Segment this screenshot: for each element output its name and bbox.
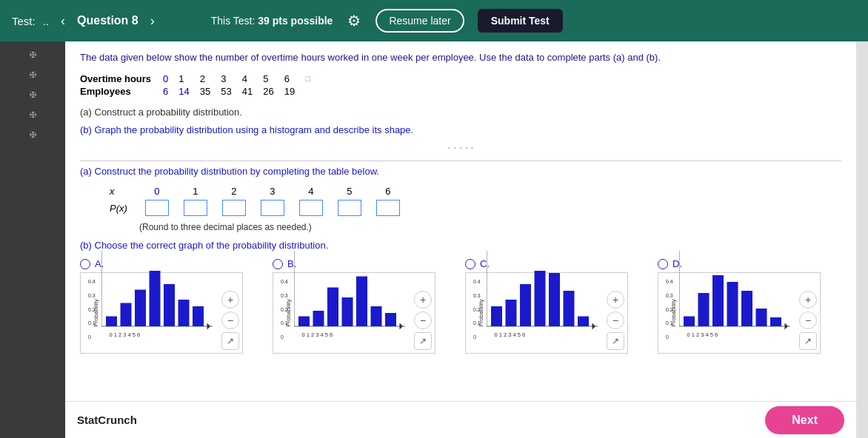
svg-rect-5 [150,271,161,326]
row1-val-5: 5 [263,73,284,85]
row2-val-4: 41 [242,85,263,98]
svg-rect-24 [491,306,502,326]
question-label: Question 8 [77,14,138,27]
round-note: (Round to three decimal places as needed… [139,222,841,232]
svg-rect-36 [698,293,710,326]
svg-text:0 1 2 3 4 5 6: 0 1 2 3 4 5 6 [110,331,141,338]
zoom-out-b[interactable]: − [414,311,432,329]
zoom-in-d[interactable]: + [799,291,817,309]
svg-rect-18 [371,306,382,326]
zoom-controls-b: + − ↗ [411,286,435,353]
option-a-label[interactable]: A. [80,258,104,269]
zoom-controls-d: + − ↗ [796,286,820,353]
svg-rect-26 [520,284,531,326]
svg-rect-19 [385,313,396,326]
resume-later-button[interactable]: Resume later [375,9,464,33]
radio-b[interactable] [273,259,283,269]
radio-a[interactable] [80,259,90,269]
pts-value: 39 pts possible [258,15,333,27]
row2-val-1: 14 [178,85,199,98]
histogram-c: 0 1 2 3 4 5 6 [487,251,598,340]
export-a[interactable]: ↗ [221,332,239,350]
row1-label: Overtime hours [80,73,163,85]
statcrunch-label: StatCrunch [77,414,137,426]
zoom-controls-a: + − ↗ [218,286,242,353]
x-val-0: 0 [138,184,176,198]
x-label: x [102,184,138,198]
prob-table-container: x 0 1 2 3 4 5 6 P(x) [102,184,841,218]
row1-val-2: 2 [200,73,221,85]
px-input-1[interactable] [176,198,215,218]
px-label: P(x) [102,198,138,218]
scrollbar-area[interactable] [856,41,868,438]
zoom-in-a[interactable]: + [221,291,239,309]
svg-text:0 1 2 3 4 5 6: 0 1 2 3 4 5 6 [687,331,718,338]
test-dots: .. [43,15,49,27]
bottom-bar: StatCrunch Next [65,401,856,438]
px-input-6[interactable] [369,198,407,218]
zoom-in-b[interactable]: + [414,291,432,309]
left-sidebar: ✠ ✠ ✠ ✠ ✠ [0,41,65,438]
svg-rect-40 [756,309,767,326]
graph-box-c: Probability 0.40.30.20.10 [465,272,628,354]
option-b-label[interactable]: B. [273,258,296,269]
sidebar-item-3[interactable]: ✠ [3,87,62,103]
svg-rect-38 [727,282,738,326]
histogram-d: 0 1 2 3 4 5 6 [679,251,790,340]
svg-rect-8 [193,306,204,326]
next-button[interactable]: Next [765,406,844,434]
x-val-4: 4 [292,184,330,198]
px-input-0[interactable] [138,198,176,218]
svg-rect-27 [535,271,546,326]
px-input-5[interactable] [330,198,369,218]
row2-val-0: 6 [163,85,178,98]
zoom-out-d[interactable]: − [799,311,817,329]
svg-rect-7 [178,300,190,326]
export-d[interactable]: ↗ [799,332,817,350]
svg-rect-17 [356,277,367,327]
svg-marker-31 [592,323,596,330]
svg-rect-3 [121,303,132,327]
y-ticks-c: 0.40.30.20.10 [473,279,481,340]
svg-rect-37 [712,275,724,326]
y-ticks-d: 0.40.30.20.10 [666,279,673,340]
radio-c[interactable] [465,259,475,269]
radio-d[interactable] [658,259,668,269]
svg-rect-14 [313,311,324,326]
sidebar-item-4[interactable]: ✠ [3,107,62,123]
svg-rect-35 [684,317,695,327]
svg-rect-39 [741,291,752,326]
graph-inner-d: Probability 0.40.30.20.10 [658,273,796,353]
svg-marker-42 [785,323,789,330]
row1-icon: □ [305,73,321,85]
px-input-4[interactable] [292,198,330,218]
graph-option-d: D. Probability 0.40.30.20.10 [658,258,835,354]
sidebar-item-5[interactable]: ✠ [3,127,62,143]
prev-question-button[interactable]: ‹ [56,12,70,30]
divider [80,161,841,161]
x-val-6: 6 [369,184,407,198]
settings-button[interactable]: ⚙ [347,12,361,30]
dots: · · · · · [80,141,841,153]
px-input-2[interactable] [215,198,253,218]
export-b[interactable]: ↗ [414,332,432,350]
px-input-3[interactable] [253,198,292,218]
part-b-title: (b) Choose the correct graph of the prob… [80,240,841,251]
zoom-in-c[interactable]: + [607,291,624,309]
submit-test-button[interactable]: Submit Test [478,9,563,33]
zoom-out-c[interactable]: − [607,311,624,329]
svg-marker-20 [400,323,404,330]
next-question-button[interactable]: › [146,12,159,30]
content-panel: The data given below show the number of … [65,41,856,438]
graph-option-b: B. Probability 0.40.30.20.10 [273,258,450,354]
svg-rect-29 [564,291,575,326]
svg-rect-13 [298,317,310,327]
svg-text:0 1 2 3 4 5 6: 0 1 2 3 4 5 6 [495,331,526,338]
zoom-out-a[interactable]: − [221,311,239,329]
sidebar-item-2[interactable]: ✠ [3,67,62,83]
export-c[interactable]: ↗ [607,332,624,350]
x-val-2: 2 [215,184,253,198]
histogram-a: 0 1 2 3 4 5 6 [101,251,213,340]
instructions-a: (a) Construct a probability distribution… [80,105,841,121]
sidebar-item-1[interactable]: ✠ [3,47,62,63]
